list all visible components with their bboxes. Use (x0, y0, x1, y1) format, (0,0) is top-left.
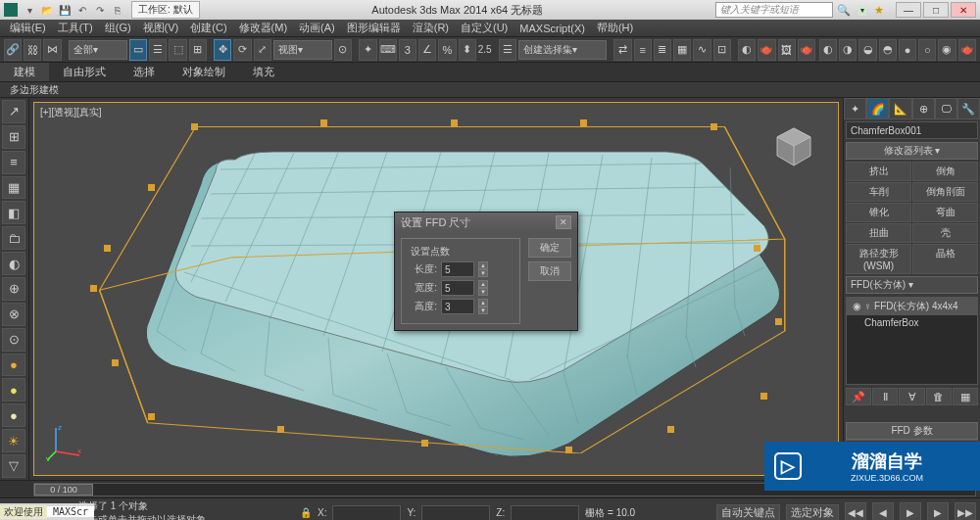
mirror-button[interactable]: ⇄ (613, 39, 631, 61)
ltool-9[interactable]: ⊗ (2, 303, 25, 326)
stack-unique-icon[interactable]: ∀ (899, 388, 924, 405)
menu-create[interactable]: 创建(C) (184, 21, 232, 35)
t4[interactable]: ◓ (879, 39, 897, 61)
spinner-snap-button[interactable]: ⬍ (459, 39, 476, 61)
x-coord-input[interactable] (332, 505, 401, 521)
prev-frame-button[interactable]: ◀ (872, 502, 894, 521)
width-down[interactable]: ▼ (478, 288, 488, 296)
t8[interactable]: 🫖 (958, 39, 976, 61)
select-move-button[interactable]: ✥ (214, 39, 231, 61)
close-button[interactable]: ✕ (951, 2, 976, 18)
mod-shell[interactable]: 壳 (912, 223, 978, 243)
tab-selection[interactable]: 选择 (120, 63, 169, 81)
render-setup-button[interactable]: 🫖 (758, 39, 775, 61)
cancel-button[interactable]: 取消 (528, 261, 571, 281)
tab-display-icon[interactable]: 🖵 (935, 98, 957, 119)
menu-edit[interactable]: 编辑(E) (4, 21, 52, 35)
ok-button[interactable]: 确定 (528, 238, 571, 258)
unlink-icon[interactable]: ⛓ (24, 39, 41, 61)
menu-maxscript[interactable]: MAXScript(X) (514, 23, 591, 34)
selection-filter-dropdown[interactable]: 全部 ▾ (69, 40, 127, 60)
t1[interactable]: ◐ (819, 39, 837, 61)
menu-graph-editors[interactable]: 图形编辑器 (341, 21, 407, 35)
new-icon[interactable]: ▾ (22, 2, 37, 18)
favorites-icon[interactable]: ★ (874, 4, 884, 17)
tab-object-paint[interactable]: 对象绘制 (169, 63, 239, 81)
menu-help[interactable]: 帮助(H) (591, 21, 639, 35)
redo-icon[interactable]: ↷ (92, 2, 108, 18)
select-rotate-button[interactable]: ⟳ (233, 39, 251, 61)
workspace-selector[interactable]: 工作区: 默认 (131, 1, 200, 19)
modifier-stack[interactable]: ◉ ♀ FFD(长方体) 4x4x4 ChamferBox (846, 297, 978, 385)
menu-rendering[interactable]: 渲染(R) (407, 21, 455, 35)
edit-selection-set-button[interactable]: ☰ (499, 39, 516, 61)
window-crossing-button[interactable]: ⊞ (189, 39, 207, 61)
keyboard-shortcut-button[interactable]: ⌨ (379, 39, 397, 61)
mod-twist[interactable]: 扭曲 (846, 223, 911, 243)
open-icon[interactable]: 📂 (39, 2, 55, 18)
minimize-button[interactable]: — (896, 2, 921, 18)
t3[interactable]: ◒ (858, 39, 876, 61)
mod-bend[interactable]: 弯曲 (912, 203, 978, 222)
material-editor-button[interactable]: ◐ (738, 39, 756, 61)
select-name-button[interactable]: ☰ (149, 39, 167, 61)
autokey-button[interactable]: 自动关键点 (716, 504, 780, 521)
ribbon-toggle-button[interactable]: ▦ (673, 39, 691, 61)
tab-freeform[interactable]: 自由形式 (49, 63, 120, 81)
percent-snap-button[interactable]: % (438, 39, 456, 61)
render-production-button[interactable]: 🫖 (798, 39, 815, 61)
goto-end-button[interactable]: ▶▶ (955, 502, 976, 521)
ltool-2[interactable]: ⊞ (2, 125, 25, 149)
ltool-10[interactable]: ⊙ (2, 328, 25, 352)
width-spinner[interactable] (441, 280, 474, 296)
stack-remove-icon[interactable]: 🗑 (926, 388, 952, 405)
mod-bevel-profile[interactable]: 倒角剖面 (912, 182, 978, 202)
stack-show-icon[interactable]: Ⅱ (872, 388, 898, 405)
select-object-button[interactable]: ▭ (129, 39, 147, 61)
snap-toggle-button[interactable]: 3 (399, 39, 416, 61)
ltool-4[interactable]: ▦ (2, 176, 25, 200)
project-icon[interactable]: ⎘ (110, 2, 125, 18)
signin-icon[interactable]: ▾ (858, 5, 866, 16)
ltool-sphere-icon[interactable]: ● (2, 354, 25, 377)
lock-icon[interactable]: 🔒 (300, 507, 312, 518)
height-up[interactable]: ▲ (478, 299, 488, 307)
rendered-frame-button[interactable]: 🖼 (778, 39, 796, 61)
ltool-3[interactable]: ≡ (2, 151, 25, 174)
mod-lathe[interactable]: 车削 (846, 182, 911, 202)
link-icon[interactable]: 🔗 (4, 39, 22, 61)
selected-button[interactable]: 选定对象 (786, 504, 839, 521)
select-region-button[interactable]: ⬚ (169, 39, 186, 61)
tab-populate[interactable]: 填充 (239, 63, 288, 81)
ltool-8[interactable]: ⊕ (2, 277, 25, 301)
mod-taper[interactable]: 锥化 (846, 203, 911, 222)
menu-animation[interactable]: 动画(A) (293, 21, 341, 35)
t5[interactable]: ● (899, 39, 916, 61)
t7[interactable]: ◉ (938, 39, 956, 61)
pivot-center-button[interactable]: ⊙ (334, 39, 352, 61)
align-button[interactable]: ≡ (634, 39, 652, 61)
layers-button[interactable]: ≣ (654, 39, 671, 61)
select-scale-button[interactable]: ⤢ (254, 39, 271, 61)
stack-item-ffd[interactable]: ◉ ♀ FFD(长方体) 4x4x4 (847, 298, 977, 315)
tab-motion-icon[interactable]: ⊕ (912, 98, 935, 119)
dialog-close-button[interactable]: ✕ (556, 215, 571, 229)
ltool-5[interactable]: ◧ (2, 201, 25, 224)
maximize-button[interactable]: □ (923, 2, 949, 18)
bind-icon[interactable]: ⋈ (43, 39, 61, 61)
y-coord-input[interactable] (421, 505, 490, 521)
stack-pin-icon[interactable]: 📌 (846, 388, 871, 405)
menu-customize[interactable]: 自定义(U) (455, 21, 514, 35)
undo-icon[interactable]: ↶ (74, 2, 90, 18)
ltool-omni-icon[interactable]: ☀ (2, 429, 25, 452)
length-spinner[interactable] (441, 261, 474, 277)
play-button[interactable]: ▶ (900, 502, 921, 521)
ltool-light1-icon[interactable]: ● (2, 378, 25, 402)
stack-config-icon[interactable]: ▦ (953, 388, 978, 405)
schematic-view-button[interactable]: ⊡ (713, 39, 731, 61)
help-search-input[interactable]: 键入关键字或短语 (715, 2, 833, 18)
tab-hierarchy-icon[interactable]: 📐 (889, 98, 911, 119)
height-down[interactable]: ▼ (478, 307, 488, 314)
menu-group[interactable]: 组(G) (99, 21, 137, 35)
ltool-light2-icon[interactable]: ● (2, 403, 25, 427)
